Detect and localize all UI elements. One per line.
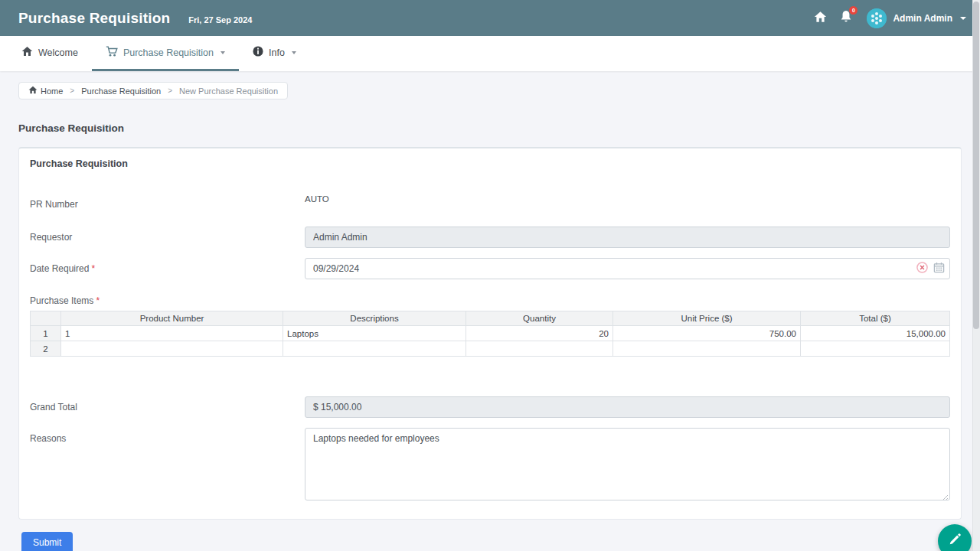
pr-number-row: PR Number AUTO xyxy=(30,194,950,210)
col-unit-price: Unit Price ($) xyxy=(613,311,801,326)
top-header: Purchase Requisition Fri, 27 Sep 2024 0 … xyxy=(0,0,980,36)
row-number-cell: 2 xyxy=(31,341,61,357)
home-icon xyxy=(28,86,38,96)
notifications-button[interactable]: 0 xyxy=(833,7,859,30)
clear-circle-icon xyxy=(916,262,928,276)
unit-price-cell[interactable]: 750.00 xyxy=(613,326,801,341)
page-title: Purchase Requisition xyxy=(18,122,962,134)
unit-price-cell[interactable] xyxy=(613,341,801,357)
breadcrumb-separator: > xyxy=(168,86,172,95)
pencil-icon xyxy=(948,533,962,549)
caret-down-icon xyxy=(960,17,966,20)
requestor-label: Requestor xyxy=(30,227,305,243)
quantity-cell[interactable]: 20 xyxy=(466,326,613,341)
description-cell[interactable] xyxy=(283,341,466,357)
breadcrumb-current: New Purchase Requisition xyxy=(179,86,278,96)
notification-badge: 0 xyxy=(849,6,858,15)
table-row: 2 xyxy=(31,341,950,357)
product-number-cell[interactable]: 1 xyxy=(61,326,283,341)
table-row: 1 1 Laptops 20 750.00 15,000.00 xyxy=(31,326,950,341)
user-menu[interactable]: Admin Admin xyxy=(867,8,966,28)
col-total: Total ($) xyxy=(801,311,950,326)
app-title: Purchase Requisition xyxy=(18,10,170,27)
tab-purchase-requisition[interactable]: Purchase Requisition xyxy=(92,36,239,71)
required-marker: * xyxy=(96,295,100,306)
tab-label: Purchase Requisition xyxy=(123,47,214,58)
breadcrumb: Home > Purchase Requisition > New Purcha… xyxy=(18,82,288,99)
breadcrumb-purchase-requisition[interactable]: Purchase Requisition xyxy=(81,86,161,96)
scrollbar-track[interactable] xyxy=(972,0,980,551)
submit-button[interactable]: Submit xyxy=(21,532,73,551)
info-icon xyxy=(253,46,263,59)
home-icon xyxy=(21,46,33,59)
pr-number-value: AUTO xyxy=(305,194,950,204)
date-required-field[interactable] xyxy=(305,258,950,279)
date-required-label: Date Required* xyxy=(30,258,305,274)
purchase-requisition-card: Purchase Requisition PR Number AUTO Requ… xyxy=(18,147,962,520)
scrollbar-thumb[interactable] xyxy=(973,2,979,329)
total-cell[interactable]: 15,000.00 xyxy=(801,326,950,341)
row-number-cell: 1 xyxy=(31,326,61,341)
home-button[interactable] xyxy=(807,7,833,30)
tab-label: Welcome xyxy=(38,47,78,58)
breadcrumb-separator: > xyxy=(70,86,74,95)
reasons-row: Reasons Laptops needed for employees xyxy=(30,428,950,504)
required-marker: * xyxy=(91,263,95,274)
col-row-number xyxy=(31,311,61,326)
requestor-row: Requestor xyxy=(30,227,950,248)
pr-number-label: PR Number xyxy=(30,194,305,210)
tab-bar: Welcome Purchase Requisition Info xyxy=(0,36,980,71)
chevron-down-icon xyxy=(292,51,296,54)
purchase-items-label: Purchase Items* xyxy=(30,295,950,306)
avatar xyxy=(867,8,887,28)
tab-welcome[interactable]: Welcome xyxy=(8,36,92,71)
grand-total-row: Grand Total xyxy=(30,396,950,418)
cart-icon xyxy=(106,46,118,60)
card-title: Purchase Requisition xyxy=(30,158,950,169)
col-product-number: Product Number xyxy=(61,311,283,326)
col-quantity: Quantity xyxy=(466,311,613,326)
header-date: Fri, 27 Sep 2024 xyxy=(188,15,252,24)
date-required-row: Date Required* xyxy=(30,258,950,279)
grand-total-field xyxy=(305,396,950,418)
reasons-field[interactable]: Laptops needed for employees xyxy=(305,428,950,500)
calendar-button[interactable] xyxy=(933,262,945,276)
chevron-down-icon xyxy=(220,51,225,54)
col-descriptions: Descriptions xyxy=(283,311,466,326)
clear-date-button[interactable] xyxy=(916,262,928,276)
user-name: Admin Admin xyxy=(893,13,952,24)
tab-info[interactable]: Info xyxy=(239,36,310,71)
home-icon xyxy=(814,11,827,26)
purchase-items-table: Product Number Descriptions Quantity Uni… xyxy=(30,311,950,357)
breadcrumb-home[interactable]: Home xyxy=(28,86,63,96)
quantity-cell[interactable] xyxy=(466,341,613,357)
reasons-label: Reasons xyxy=(30,428,305,444)
tab-label: Info xyxy=(269,47,285,58)
table-header-row: Product Number Descriptions Quantity Uni… xyxy=(31,311,950,326)
total-cell[interactable] xyxy=(801,341,950,357)
calendar-icon xyxy=(933,262,945,276)
requestor-field xyxy=(305,227,950,248)
description-cell[interactable]: Laptops xyxy=(283,326,466,341)
grand-total-label: Grand Total xyxy=(30,396,305,412)
product-number-cell[interactable] xyxy=(61,341,283,357)
main-content: Home > Purchase Requisition > New Purcha… xyxy=(0,71,980,551)
